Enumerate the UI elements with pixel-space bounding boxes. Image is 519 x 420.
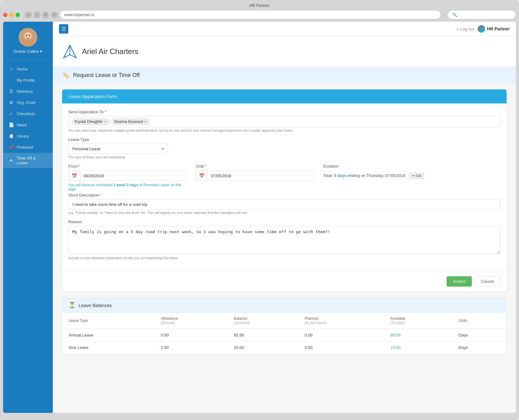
date-row: From * 📅 You will have an estimated 1 we bbox=[68, 164, 500, 192]
forward-button[interactable]: › bbox=[34, 11, 40, 18]
close-tab-button[interactable]: ✕ bbox=[42, 11, 49, 18]
news-icon: 📄 bbox=[9, 122, 14, 127]
org-chart-icon: ⊞ bbox=[9, 100, 14, 105]
duration-group: Duration Total: 5 days ending on Thursda… bbox=[323, 164, 500, 179]
short-desc-label: Short Description * bbox=[68, 193, 500, 197]
form-body: Send Application To * Krystal Oloughlin … bbox=[62, 103, 507, 271]
search-icon: 🔍 bbox=[452, 12, 457, 17]
sidebar-item-label: News bbox=[17, 123, 27, 127]
col-planned: Planned (in the future) bbox=[298, 313, 384, 329]
profile-icon: 👤 bbox=[9, 78, 14, 83]
until-label: Until * bbox=[196, 164, 314, 169]
sidebar-item-label: Time Off & Leave bbox=[17, 156, 47, 165]
directory-icon: ☰ bbox=[9, 89, 14, 94]
minimize-window-button[interactable] bbox=[9, 13, 14, 17]
form-section: Leave Application Form Send Application … bbox=[62, 89, 507, 291]
sidebar-item-label: My Profile bbox=[17, 78, 35, 83]
short-desc-hint: e.g. "Family holiday" or "Have to visit … bbox=[68, 211, 500, 215]
leave-type-group: Leave Type Personal Leave Annual Leave S… bbox=[68, 137, 500, 159]
logout-link[interactable]: ⎋ Log out bbox=[457, 27, 474, 31]
edit-duration-button[interactable]: ✏ Edit bbox=[409, 173, 424, 179]
calendar-icon-from: 📅 bbox=[69, 171, 80, 181]
balances-header: ⏳ Leave Balances bbox=[62, 298, 507, 313]
balances-table: Leave Type Allowance (Annual) Balance (A… bbox=[62, 313, 507, 354]
sidebar-item-news[interactable]: 📄 News bbox=[3, 119, 53, 130]
from-date-input-wrap: 📅 bbox=[68, 170, 186, 181]
company-header: Ariel Air Charters bbox=[53, 36, 516, 67]
short-desc-input[interactable] bbox=[68, 199, 500, 210]
library-icon: 📋 bbox=[9, 133, 14, 138]
home-icon: ⌂ bbox=[9, 66, 14, 71]
sidebar: Gracie Collins ▾ ⌂ Home 👤 My Profile ☰ D… bbox=[3, 22, 53, 413]
recipient-tag-1: Krystal Oloughlin ✕ bbox=[72, 119, 110, 125]
remove-recipient-2[interactable]: ✕ bbox=[144, 120, 147, 124]
cell-planned: 0.00 bbox=[298, 329, 384, 341]
cell-units: Days bbox=[453, 341, 507, 354]
cell-leave-type: Sick Leave bbox=[62, 341, 155, 354]
sidebar-item-home[interactable]: ⌂ Home bbox=[3, 63, 53, 75]
until-date-input[interactable] bbox=[208, 171, 313, 181]
cancel-button[interactable]: Cancel bbox=[475, 276, 500, 287]
top-bar-right: ⎋ Log out HR Partner bbox=[457, 25, 510, 33]
from-date-input[interactable] bbox=[80, 171, 186, 181]
search-bar[interactable]: 🔍 bbox=[448, 10, 516, 19]
app-container: Gracie Collins ▾ ⌂ Home 👤 My Profile ☰ D… bbox=[3, 22, 516, 413]
pinboard-icon: 📌 bbox=[9, 145, 14, 150]
send-to-label: Send Application To * bbox=[68, 110, 500, 114]
cell-units: Days bbox=[453, 329, 507, 341]
ssl-icon bbox=[443, 13, 446, 16]
close-window-button[interactable] bbox=[3, 13, 7, 17]
duration-days: 5 days bbox=[334, 173, 346, 178]
sidebar-item-directory[interactable]: ☰ Directory bbox=[3, 86, 53, 97]
hamburger-button[interactable]: ☰ bbox=[59, 24, 68, 34]
remove-recipient-1[interactable]: ✕ bbox=[104, 120, 107, 124]
leave-application-form: Leave Application Form Send Application … bbox=[62, 89, 507, 291]
back-button[interactable]: ‹ bbox=[25, 11, 32, 18]
browser-controls: ‹ › ✕ + www.hrpartner.io 🔍 bbox=[3, 10, 516, 19]
table-row: Sick Leave 2.00 10.00 0.00 10.00 Days bbox=[62, 341, 507, 354]
recipients-input[interactable]: Krystal Oloughlin ✕ Deanna Burwood ✕ bbox=[68, 116, 500, 127]
page-title: Request Leave or Time Off bbox=[73, 72, 140, 79]
sidebar-item-time-off[interactable]: ✈ Time Off & Leave bbox=[3, 153, 53, 168]
estimated-days: 1 week 2 days bbox=[113, 183, 138, 187]
sidebar-item-library[interactable]: 📋 Library bbox=[3, 130, 53, 142]
page-header: 🏷️ Request Leave or Time Off bbox=[53, 67, 516, 83]
calendar-icon-until: 📅 bbox=[196, 171, 208, 181]
sidebar-item-my-profile[interactable]: 👤 My Profile bbox=[3, 75, 53, 86]
sidebar-user: Gracie Collins ▾ bbox=[3, 22, 53, 60]
from-group: From * 📅 You will have an estimated 1 we bbox=[68, 164, 186, 192]
company-name: Ariel Air Charters bbox=[82, 47, 138, 56]
send-to-hint: You can send your request to multiple po… bbox=[68, 129, 500, 132]
maximize-window-button[interactable] bbox=[16, 13, 20, 17]
sidebar-item-label: Directory bbox=[17, 89, 33, 94]
table-row: Annual Leave 0.00 85.56 0.00 85.56 Days bbox=[62, 329, 507, 341]
logout-icon: ⎋ bbox=[457, 27, 459, 31]
reason-label: Reason bbox=[68, 219, 500, 224]
cell-balance: 10.00 bbox=[228, 341, 298, 354]
submit-button[interactable]: Submit bbox=[447, 276, 471, 287]
recipient-tag-2: Deanna Burwood ✕ bbox=[112, 119, 150, 125]
cell-allowance: 0.00 bbox=[155, 329, 228, 341]
sidebar-username[interactable]: Gracie Collins ▾ bbox=[8, 49, 48, 54]
logo-icon bbox=[478, 25, 485, 33]
leave-type-label: Leave Type bbox=[68, 137, 500, 142]
address-bar[interactable]: www.hrpartner.io bbox=[60, 10, 441, 19]
avatar bbox=[19, 28, 37, 47]
new-tab-button[interactable]: + bbox=[51, 11, 58, 18]
page-header-icon: 🏷️ bbox=[62, 71, 70, 79]
sidebar-item-label: Home bbox=[17, 67, 28, 71]
sidebar-item-checklists[interactable]: ✓ Checklists bbox=[3, 108, 53, 119]
sidebar-item-label: Org. Chart bbox=[17, 100, 36, 105]
col-allowance: Allowance (Annual) bbox=[155, 313, 228, 329]
sidebar-item-org-chart[interactable]: ⊞ Org. Chart bbox=[3, 97, 53, 108]
reason-textarea[interactable]: My family is going on a 5 day road trip … bbox=[68, 226, 500, 254]
leave-type-hint: The type of leave your are requesting. bbox=[68, 155, 500, 159]
leave-type-select[interactable]: Personal Leave Annual Leave Sick Leave U… bbox=[68, 144, 168, 154]
sidebar-item-pinboard[interactable]: 📌 Pinboard bbox=[3, 142, 53, 153]
cell-leave-type: Annual Leave bbox=[62, 329, 155, 341]
checklists-icon: ✓ bbox=[9, 111, 14, 116]
cell-planned: 0.00 bbox=[298, 341, 384, 354]
until-date-input-wrap: 📅 bbox=[196, 170, 314, 181]
form-actions: Submit Cancel bbox=[62, 271, 507, 291]
col-units: Units bbox=[453, 313, 507, 329]
